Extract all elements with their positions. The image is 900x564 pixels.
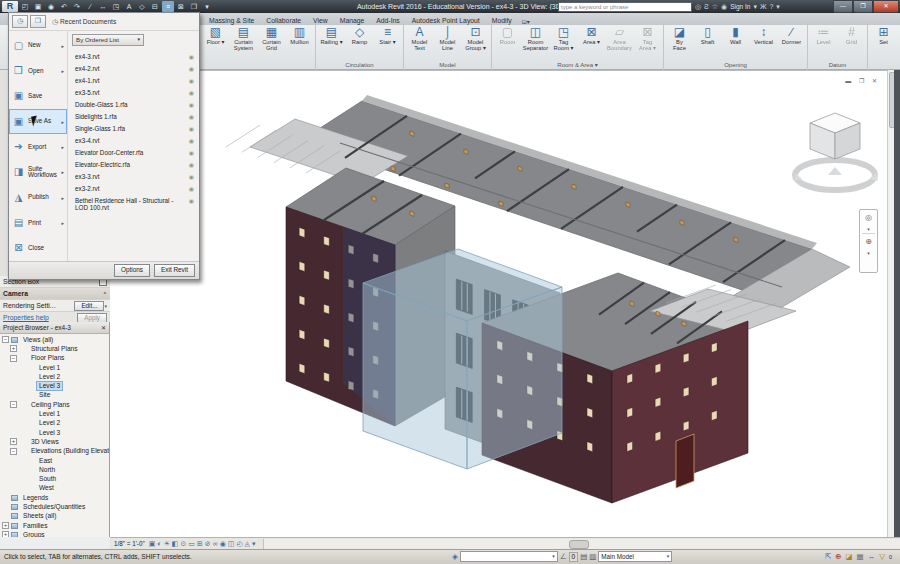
select-pinned-icon[interactable]: ⊕ (835, 552, 841, 561)
compass-south-arrow[interactable] (828, 167, 842, 175)
set-work-plane-button[interactable]: ⊞Set (870, 26, 897, 45)
measure-icon[interactable]: ∕ (84, 1, 96, 12)
tag-icon[interactable]: ◳ (110, 1, 122, 12)
expand-plus-icon[interactable]: + (10, 345, 17, 352)
tree-item-level-3[interactable]: Level 3 (0, 428, 109, 437)
tree-item-south[interactable]: South (0, 474, 109, 483)
ribbon-tab-add-ins[interactable]: Add-Ins (370, 16, 405, 25)
tag-room-button[interactable]: ◳Tag Room ▾ (550, 26, 577, 51)
more-icon[interactable]: ▾ (104, 303, 107, 309)
switch-windows-icon[interactable]: ❐ (188, 1, 200, 12)
rendering-dialog-icon[interactable]: ⊙ (180, 539, 186, 548)
revit-logo[interactable]: R (2, 1, 18, 12)
recent-document-row[interactable]: ex4-3.rvt◉ (72, 50, 197, 62)
horizontal-scrollbar[interactable] (263, 539, 900, 549)
restore-button[interactable]: ❐ (853, 0, 873, 13)
help-dropdown-icon[interactable]: ▾ (776, 3, 780, 11)
tree-item-east[interactable]: East (0, 456, 109, 465)
tree-item-groups[interactable]: +Groups (0, 530, 109, 537)
pin-icon[interactable]: ◉ (189, 149, 194, 156)
open-documents-toggle-icon[interactable]: ❐ (30, 15, 46, 28)
area-button[interactable]: ⊠Area ▾ (578, 26, 605, 45)
recent-document-row[interactable]: ex3-3.rvt◉ (72, 170, 197, 182)
tree-item-level-2[interactable]: Level 2 (0, 419, 109, 428)
aligned-dimension-icon[interactable]: ↔ (97, 1, 109, 12)
tree-item-site[interactable]: Site (0, 391, 109, 400)
close-hidden-windows-icon[interactable]: ⊠ (175, 1, 187, 12)
view-scale-button[interactable]: 1/8" = 1'-0" (110, 540, 149, 547)
recent-document-row[interactable]: ex3-5.rvt◉ (72, 86, 197, 98)
save-to-central-icon[interactable]: ▤ (580, 552, 587, 561)
recent-documents-toggle-icon[interactable]: ◷ (12, 15, 28, 28)
redo-icon[interactable]: ↷ (71, 1, 83, 12)
show-crop-icon[interactable]: ⊞ (197, 539, 203, 548)
search-icon[interactable]: ◎ (695, 3, 701, 11)
recent-document-row[interactable]: ex4-1.rvt◉ (72, 74, 197, 86)
entry-door[interactable] (676, 434, 694, 488)
detail-level-icon[interactable]: ▣ (149, 539, 156, 548)
model-text-button[interactable]: AModel Text (406, 26, 433, 51)
horizontal-scrollbar-thumb[interactable] (569, 540, 589, 549)
sign-in-icon[interactable]: ◉ (721, 3, 727, 11)
grid-button[interactable]: #Grid (838, 26, 865, 45)
expand-plus-icon[interactable]: + (2, 531, 9, 537)
pin-icon[interactable]: ◉ (189, 113, 194, 120)
tree-item-structural-plans[interactable]: +Structural Plans (0, 344, 109, 353)
design-options-select[interactable]: Main Model▾ (598, 551, 672, 562)
recent-document-row[interactable]: Elevator-Electric.rfa◉ (72, 158, 197, 170)
editable-only-icon[interactable]: ∠ (560, 552, 567, 561)
crop-view-icon[interactable]: ▭ (188, 539, 195, 548)
favorites-icon[interactable]: ☆ (712, 3, 718, 11)
close-icon[interactable]: ✕ (101, 324, 106, 331)
tree-item-west[interactable]: West (0, 484, 109, 493)
room-separator-button[interactable]: ◫Room Separator (522, 26, 549, 51)
stair-button[interactable]: ≡Stair ▾ (374, 26, 401, 45)
subscription-center-icon[interactable]: Ƨ (704, 3, 709, 10)
save-icon[interactable]: ▣ (32, 1, 44, 12)
recent-sort-select[interactable]: By Ordered List▾ (72, 34, 144, 46)
ramp-button[interactable]: ◇Ramp (346, 26, 373, 45)
expand-minus-icon[interactable]: − (2, 336, 9, 343)
collapse-icon[interactable]: ⌃ (103, 291, 107, 297)
drawing-area[interactable]: ▬ ❐ ✕ ◎ ▾ ⊕ ▾ (110, 70, 894, 537)
ribbon-display-toggle-icon[interactable]: ⊡▾ (518, 18, 534, 25)
worksets-icon[interactable]: ◈ (452, 552, 458, 561)
worksharing-display-icon[interactable]: ◫ (228, 539, 235, 548)
exit-revit-button[interactable]: Exit Revit (154, 264, 195, 277)
recent-document-row[interactable]: Double-Glass 1.rfa◉ (72, 98, 197, 110)
shadows-icon[interactable]: ◧ (172, 539, 179, 548)
building-3d-model[interactable] (110, 71, 894, 538)
expand-minus-icon[interactable]: − (10, 448, 17, 455)
expand-minus-icon[interactable]: − (10, 401, 17, 408)
camera-group-header[interactable]: Camera ⌃ (0, 288, 110, 300)
selection-filter-icon[interactable]: ▽ (879, 552, 885, 561)
reload-latest-icon[interactable]: ▥ (589, 552, 596, 561)
temporary-hide-isolate-icon[interactable]: ∞ (213, 539, 218, 548)
mullion-button[interactable]: ▥Mullion (286, 26, 313, 45)
area-boundary-button[interactable]: ▱Area Boundary (606, 26, 633, 51)
undo-icon[interactable]: ↶ (58, 1, 70, 12)
sign-in-label[interactable]: Sign In (730, 3, 750, 10)
menu-item-export[interactable]: ➔Export▸ (9, 134, 67, 159)
close-button[interactable]: ✕ (873, 0, 899, 13)
zoom-more-icon[interactable]: ▾ (867, 250, 870, 257)
ribbon-tab-autodesk-point-layout[interactable]: Autodesk Point Layout (406, 16, 486, 25)
exchange-apps-icon[interactable]: Ж (760, 3, 766, 10)
floor-button[interactable]: ▧Floor ▾ (202, 26, 229, 45)
pin-icon[interactable]: ◉ (189, 161, 194, 168)
expand-plus-icon[interactable]: + (10, 438, 17, 445)
vertical-scrollbar[interactable] (887, 70, 894, 537)
open-icon[interactable]: ◰ (19, 1, 31, 12)
ribbon-tab-manage[interactable]: Manage (334, 16, 371, 25)
steering-wheel-more-icon[interactable]: ▾ (867, 226, 870, 233)
pin-icon[interactable]: ◉ (189, 125, 194, 132)
select-by-face-icon[interactable]: ◪ (845, 552, 852, 561)
visual-style-icon[interactable]: ◐ (157, 539, 161, 548)
pin-icon[interactable]: ◉ (189, 101, 194, 108)
tree-item-level-3[interactable]: Level 3 (0, 381, 109, 390)
ribbon-tab-massing-site[interactable]: Massing & Site (203, 16, 260, 25)
signin-dropdown-icon[interactable]: ▾ (753, 3, 757, 11)
tree-item-level-1[interactable]: Level 1 (0, 409, 109, 418)
ribbon-tab-view[interactable]: View (307, 16, 334, 25)
properties-help-link[interactable]: Properties help (3, 314, 49, 321)
